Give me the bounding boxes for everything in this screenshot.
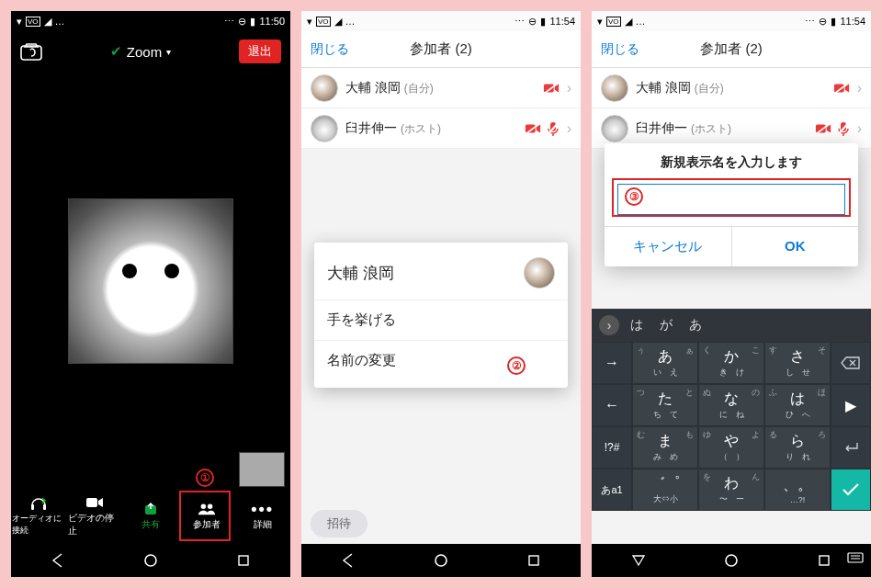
- chevron-right-icon: ›: [857, 120, 862, 137]
- svg-point-7: [145, 555, 156, 566]
- android-nav-bar: [592, 544, 871, 577]
- nav-home-icon[interactable]: [433, 552, 449, 569]
- svg-rect-1: [31, 504, 34, 510]
- participant-row[interactable]: 大輔 浪岡 (自分) ›: [592, 68, 871, 108]
- signal-icon: ◢: [44, 16, 51, 28]
- toolbar-audio[interactable]: オーディオに接続: [12, 496, 65, 537]
- volte-icon: VO: [606, 17, 621, 27]
- key-dakuten[interactable]: ゛゜ 大⇔小: [632, 469, 698, 511]
- participant-avatar-large: [68, 198, 233, 364]
- main-video-area[interactable]: [11, 72, 290, 491]
- toolbar-video[interactable]: ビデオの停止: [68, 495, 121, 537]
- key-a[interactable]: ぅぁ あ い え: [632, 342, 698, 384]
- phone-screen-3: ▾ VO ◢ … ⋯ ⊖ ▮ 11:54 閉じる 参加者 (2) 大輔 浪岡 (…: [592, 11, 871, 577]
- clock: 11:54: [549, 16, 575, 27]
- rename-button[interactable]: 名前の変更: [314, 340, 568, 380]
- participant-name: 大輔 浪岡 (自分): [345, 80, 536, 96]
- nav-home-icon[interactable]: [723, 552, 740, 569]
- ok-button[interactable]: OK: [731, 227, 859, 266]
- annotation-number-1: ①: [196, 469, 214, 487]
- participants-header: 閉じる 参加者 (2): [301, 31, 581, 68]
- invite-button[interactable]: 招待: [311, 510, 368, 537]
- more-icon: ⋯: [805, 16, 815, 28]
- key-cursor-left[interactable]: ←: [592, 384, 632, 426]
- key-symbols[interactable]: !?#: [592, 426, 632, 469]
- dnd-icon: ⊖: [238, 16, 246, 28]
- key-backspace[interactable]: [831, 342, 871, 384]
- key-ra[interactable]: るろ ら り れ: [764, 426, 831, 469]
- svg-rect-16: [529, 556, 538, 565]
- key-mode-switch[interactable]: あa1: [592, 469, 632, 511]
- suggestion[interactable]: は: [630, 317, 643, 334]
- cancel-button[interactable]: キャンセル: [605, 227, 731, 266]
- android-nav-bar: [301, 544, 581, 577]
- nav-recent-icon[interactable]: [235, 552, 252, 569]
- toolbar-more[interactable]: ••• 詳細: [236, 502, 289, 531]
- raise-hand-button[interactable]: 手を挙げる: [314, 300, 568, 340]
- zoom-title[interactable]: ✔ Zoom ▾: [110, 43, 171, 60]
- rename-dialog: 新規表示名を入力します ③ キャンセル OK: [605, 143, 858, 266]
- participant-row[interactable]: 大輔 浪岡 (自分) ›: [301, 68, 581, 108]
- nav-back-icon[interactable]: [630, 552, 647, 569]
- suggestion[interactable]: が: [660, 317, 673, 334]
- annotation-number-3: ③: [625, 187, 643, 206]
- camera-switch-icon[interactable]: [20, 42, 42, 61]
- key-ya[interactable]: ゆよ や （ ）: [698, 426, 764, 469]
- key-na[interactable]: ぬの な に ね: [698, 384, 764, 426]
- participant-row[interactable]: 臼井伸一 (ホスト) ›: [301, 108, 581, 149]
- close-button[interactable]: 閉じる: [311, 41, 349, 58]
- more-icon: ⋯: [224, 16, 234, 28]
- self-view-thumbnail[interactable]: [239, 452, 285, 487]
- key-confirm[interactable]: [831, 469, 871, 511]
- battery-icon: ▮: [250, 16, 255, 28]
- nav-home-icon[interactable]: [142, 552, 159, 569]
- key-cursor-right[interactable]: →: [592, 342, 632, 384]
- status-bar: ▾ VO ◢ … ⋯ ⊖ ▮ 11:54: [301, 11, 581, 31]
- wifi-icon: ▾: [17, 16, 22, 28]
- battery-icon: ▮: [831, 16, 836, 28]
- nav-recent-icon[interactable]: [526, 552, 542, 569]
- toolbar-share[interactable]: 共有: [124, 502, 177, 531]
- key-punct[interactable]: 、。 …?!: [764, 469, 831, 511]
- volte-icon: VO: [26, 17, 40, 27]
- shield-check-icon: ✔: [110, 43, 122, 60]
- key-cursor-right2[interactable]: ▶: [831, 384, 871, 426]
- dialog-title: 新規表示名を入力します: [605, 143, 858, 180]
- nav-recent-icon[interactable]: [816, 552, 832, 569]
- avatar: [601, 74, 628, 102]
- key-enter[interactable]: [831, 426, 871, 469]
- zoom-toolbar: オーディオに接続 ビデオの停止 共有 参加者 ••: [11, 491, 290, 544]
- share-icon: [141, 502, 160, 516]
- chevron-right-icon: ›: [567, 120, 571, 137]
- participants-screen: 閉じる 参加者 (2) 大輔 浪岡 (自分) › 臼井伸一 (ホスト): [301, 31, 581, 544]
- key-ma[interactable]: むも ま み め: [632, 426, 698, 469]
- close-button[interactable]: 閉じる: [601, 41, 639, 58]
- participant-name: 臼井伸一 (ホスト): [345, 120, 517, 137]
- keyboard-expand-icon[interactable]: ›: [599, 315, 619, 335]
- status-bar: ▾ VO ◢ … ⋯ ⊖ ▮ 11:50: [11, 11, 290, 31]
- nav-keyboard-icon[interactable]: [847, 552, 864, 569]
- key-wa[interactable]: をん わ 〜 ー: [698, 469, 764, 511]
- key-ka[interactable]: くこ か き け: [698, 342, 764, 384]
- status-dots: …: [636, 16, 646, 27]
- key-ta[interactable]: つと た ち て: [632, 384, 698, 426]
- headset-icon: [29, 496, 48, 511]
- signal-icon: ◢: [625, 16, 632, 28]
- key-sa[interactable]: すそ さ し せ: [764, 342, 831, 384]
- avatar: [311, 74, 338, 102]
- nav-back-icon[interactable]: [340, 552, 356, 569]
- software-keyboard: › は が あ → ぅぁ あ い え くこ か き け: [592, 309, 871, 511]
- svg-rect-3: [86, 498, 97, 507]
- avatar: [311, 115, 338, 142]
- participant-list: 大輔 浪岡 (自分) › 臼井伸一 (ホスト) ›: [301, 68, 581, 149]
- participants-footer: 招待: [301, 503, 581, 544]
- signal-icon: ◢: [334, 16, 342, 28]
- participant-action-sheet: 大輔 浪岡 手を挙げる 名前の変更 ②: [314, 243, 568, 388]
- nav-back-icon[interactable]: [50, 552, 66, 569]
- svg-rect-25: [848, 553, 863, 562]
- zoom-call-screen: ✔ Zoom ▾ 退出 オーディオに接続 ビデオの停止: [11, 31, 290, 544]
- leave-button[interactable]: 退出: [239, 40, 281, 63]
- keyboard-rows: → ぅぁ あ い え くこ か き け すそ さ し せ: [592, 342, 871, 511]
- key-ha[interactable]: ふほ は ひ へ: [764, 384, 831, 426]
- suggestion[interactable]: あ: [689, 317, 702, 334]
